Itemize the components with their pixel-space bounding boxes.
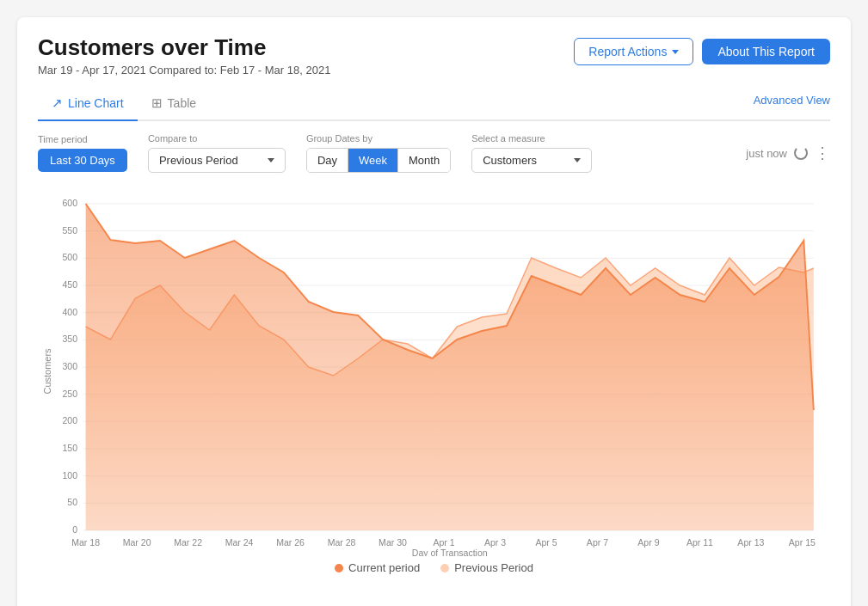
refresh-icon[interactable] [794, 146, 808, 160]
previous-period-dot [440, 564, 449, 572]
legend-current: Current period [335, 561, 420, 574]
svg-text:Mar 24: Mar 24 [225, 537, 254, 548]
svg-text:Apr 3: Apr 3 [484, 537, 506, 548]
x-axis: Mar 18 Mar 20 Mar 22 Mar 24 Mar 26 Mar 2… [71, 537, 816, 556]
header-actions: Report Actions About This Report [574, 38, 830, 65]
measure-chevron-icon [574, 158, 581, 162]
report-actions-button[interactable]: Report Actions [574, 38, 693, 65]
tabs-row: ↗ Line Chart ⊞ Table Advanced View [38, 89, 830, 121]
about-report-button[interactable]: About This Report [702, 39, 830, 64]
tab-line-chart[interactable]: ↗ Line Chart [38, 89, 138, 121]
svg-text:Apr 15: Apr 15 [789, 537, 816, 548]
compare-to-group: Compare to Previous Period [148, 133, 286, 173]
svg-text:200: 200 [62, 415, 77, 425]
current-period-dot [335, 564, 343, 572]
measure-select[interactable]: Customers [471, 148, 592, 173]
svg-text:550: 550 [62, 225, 77, 236]
group-month-button[interactable]: Month [398, 149, 450, 172]
chart-svg: Customers 600 550 500 450 [38, 187, 830, 556]
compare-to-label: Compare to [148, 133, 286, 144]
tabs-left: ↗ Line Chart ⊞ Table [38, 89, 210, 119]
y-axis-label: Customers [43, 349, 53, 395]
svg-text:0: 0 [72, 524, 77, 535]
svg-text:Mar 28: Mar 28 [328, 537, 356, 548]
header-row: Customers over Time Mar 19 - Apr 17, 202… [38, 34, 830, 77]
svg-text:500: 500 [62, 252, 77, 262]
svg-text:Mar 30: Mar 30 [379, 537, 407, 548]
group-dates-buttons: Day Week Month [306, 148, 451, 173]
subtitle: Mar 19 - Apr 17, 2021 Compared to: Feb 1… [38, 64, 330, 77]
svg-text:Mar 18: Mar 18 [71, 537, 100, 548]
svg-text:600: 600 [62, 198, 77, 208]
legend-row: Current period Previous Period [38, 561, 830, 574]
svg-text:Mar 20: Mar 20 [123, 537, 151, 548]
svg-text:100: 100 [62, 470, 77, 481]
table-icon: ⊞ [151, 95, 163, 111]
svg-text:350: 350 [62, 334, 77, 344]
group-week-button[interactable]: Week [348, 149, 398, 172]
current-period-label: Current period [348, 561, 420, 574]
svg-text:Mar 22: Mar 22 [174, 537, 202, 548]
svg-text:Apr 11: Apr 11 [686, 537, 713, 548]
svg-text:250: 250 [62, 389, 77, 399]
more-options-icon[interactable]: ⋮ [815, 145, 830, 161]
svg-text:50: 50 [67, 497, 77, 507]
svg-text:300: 300 [62, 361, 77, 371]
time-period-label: Time period [38, 134, 127, 144]
title-block: Customers over Time Mar 19 - Apr 17, 202… [38, 34, 330, 77]
time-period-button[interactable]: Last 30 Days [38, 149, 127, 172]
advanced-view-link[interactable]: Advanced View [754, 94, 830, 115]
report-card: Customers over Time Mar 19 - Apr 17, 202… [17, 17, 851, 606]
compare-to-select[interactable]: Previous Period [148, 148, 286, 173]
page-title: Customers over Time [38, 34, 330, 61]
legend-previous: Previous Period [440, 561, 533, 574]
compare-chevron-icon [268, 158, 274, 162]
svg-text:Apr 9: Apr 9 [637, 537, 659, 548]
svg-text:Apr 7: Apr 7 [587, 537, 608, 548]
svg-text:Day of Transaction: Day of Transaction [412, 548, 488, 556]
time-period-group: Time period Last 30 Days [38, 134, 127, 172]
svg-text:400: 400 [62, 307, 77, 317]
tab-table[interactable]: ⊞ Table [138, 89, 210, 121]
svg-text:450: 450 [62, 279, 77, 290]
measure-group: Select a measure Customers [471, 133, 592, 173]
group-dates-label: Group Dates by [306, 133, 451, 144]
measure-label: Select a measure [471, 133, 592, 144]
svg-text:Mar 26: Mar 26 [276, 537, 305, 548]
refresh-block: just now ⋮ [746, 145, 830, 161]
controls-row: Time period Last 30 Days Compare to Prev… [38, 121, 830, 183]
svg-text:Apr 13: Apr 13 [737, 537, 764, 548]
svg-text:150: 150 [62, 443, 77, 453]
svg-text:Apr 1: Apr 1 [433, 537, 454, 548]
line-chart-icon: ↗ [52, 95, 63, 111]
svg-text:Apr 5: Apr 5 [535, 537, 557, 548]
just-now-label: just now [746, 147, 787, 160]
previous-period-label: Previous Period [454, 561, 533, 574]
chevron-down-icon [672, 50, 679, 54]
group-day-button[interactable]: Day [307, 149, 348, 172]
chart-container: Customers 600 550 500 450 [38, 187, 830, 556]
current-period-area [86, 204, 814, 530]
group-dates-group: Group Dates by Day Week Month [306, 133, 451, 173]
